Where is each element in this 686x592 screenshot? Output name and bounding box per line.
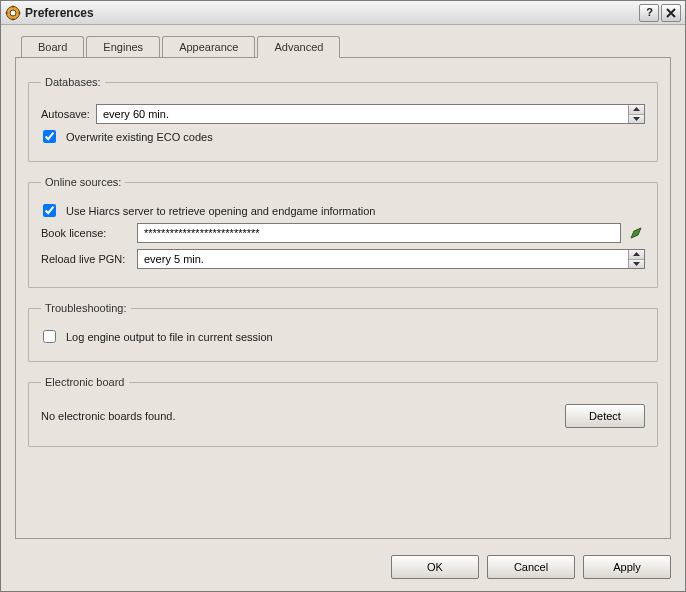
svg-point-1 (10, 10, 16, 16)
use-hiarcs-checkbox[interactable] (43, 204, 56, 217)
autosave-input[interactable] (97, 105, 628, 123)
ok-button[interactable]: OK (391, 555, 479, 579)
tab-engines[interactable]: Engines (86, 36, 160, 58)
title-bar: Preferences ? (1, 1, 685, 25)
content-area: Board Engines Appearance Advanced Databa… (1, 25, 685, 591)
tab-board[interactable]: Board (21, 36, 84, 58)
help-button[interactable]: ? (639, 4, 659, 22)
autosave-up-icon[interactable] (629, 105, 644, 115)
svg-marker-9 (633, 252, 640, 256)
dialog-button-bar: OK Cancel Apply (1, 547, 685, 591)
cancel-button[interactable]: Cancel (487, 555, 575, 579)
databases-group: Databases: Autosave: Overwrite existing … (28, 76, 658, 162)
use-hiarcs-label: Use Hiarcs server to retrieve opening an… (66, 205, 375, 217)
app-icon (5, 5, 21, 21)
svg-marker-7 (633, 107, 640, 111)
tab-advanced[interactable]: Advanced (257, 36, 340, 58)
reload-pgn-up-icon[interactable] (629, 250, 644, 260)
overwrite-eco-label: Overwrite existing ECO codes (66, 131, 213, 143)
detect-button[interactable]: Detect (565, 404, 645, 428)
electronic-board-group: Electronic board No electronic boards fo… (28, 376, 658, 447)
tab-content-advanced: Databases: Autosave: Overwrite existing … (15, 57, 671, 539)
log-output-label: Log engine output to file in current ses… (66, 331, 273, 343)
databases-legend: Databases: (41, 76, 105, 88)
online-legend: Online sources: (41, 176, 125, 188)
book-license-label: Book license: (41, 227, 131, 239)
reload-pgn-input[interactable] (138, 250, 628, 268)
apply-button[interactable]: Apply (583, 555, 671, 579)
book-license-input[interactable] (137, 223, 621, 243)
close-button[interactable] (661, 4, 681, 22)
electronic-board-legend: Electronic board (41, 376, 129, 388)
log-output-checkbox[interactable] (43, 330, 56, 343)
autosave-spinner[interactable] (96, 104, 645, 124)
window-title: Preferences (25, 6, 639, 20)
tab-bar: Board Engines Appearance Advanced (1, 25, 685, 57)
online-sources-group: Online sources: Use Hiarcs server to ret… (28, 176, 658, 288)
troubleshooting-legend: Troubleshooting: (41, 302, 131, 314)
electronic-board-status: No electronic boards found. (41, 410, 176, 422)
reload-pgn-spinner[interactable] (137, 249, 645, 269)
autosave-label: Autosave: (41, 108, 90, 120)
autosave-down-icon[interactable] (629, 115, 644, 124)
reload-pgn-down-icon[interactable] (629, 260, 644, 269)
browse-license-icon[interactable] (627, 224, 645, 242)
svg-text:?: ? (646, 7, 653, 18)
overwrite-eco-checkbox[interactable] (43, 130, 56, 143)
troubleshooting-group: Troubleshooting: Log engine output to fi… (28, 302, 658, 362)
tab-appearance[interactable]: Appearance (162, 36, 255, 58)
svg-marker-10 (633, 262, 640, 266)
reload-pgn-label: Reload live PGN: (41, 253, 131, 265)
svg-marker-8 (633, 117, 640, 121)
